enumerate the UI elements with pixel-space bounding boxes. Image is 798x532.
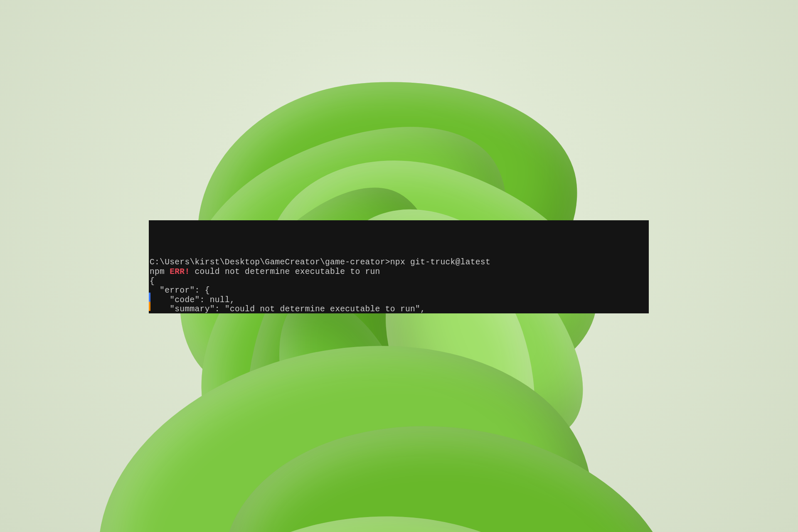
terminal-prompt: C:\Users\kirst\Desktop\GameCreator\game-… (150, 258, 390, 267)
terminal-command: npx git-truck@latest (390, 258, 490, 267)
terminal-window[interactable]: C:\Users\kirst\Desktop\GameCreator\game-… (149, 220, 649, 313)
terminal-output: { (150, 277, 155, 286)
terminal-output: could not determine executable to run (190, 267, 380, 276)
selection-edge (149, 293, 150, 302)
terminal-output: "code": null, (150, 296, 235, 305)
npm-error-tag: ERR! (170, 267, 190, 276)
desktop-wallpaper: C:\Users\kirst\Desktop\GameCreator\game-… (0, 0, 798, 532)
terminal-output: npm (150, 267, 170, 276)
terminal-output: "error": { (150, 286, 210, 295)
terminal-output: "summary": "could not determine executab… (150, 305, 425, 313)
cursor-edge (149, 302, 150, 311)
